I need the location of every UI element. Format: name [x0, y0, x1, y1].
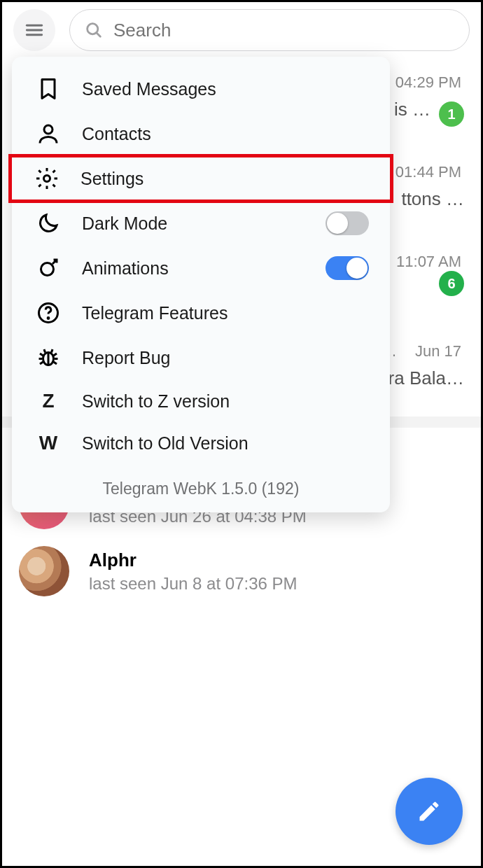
person-icon: [36, 121, 61, 146]
search-input[interactable]: [113, 20, 455, 41]
w-icon: W: [36, 432, 61, 454]
search-box[interactable]: [69, 9, 470, 51]
contact-status: last seen Jun 8 at 07:36 PM: [89, 574, 298, 594]
menu-version: Telegram WebK 1.5.0 (192): [12, 464, 390, 498]
svg-line-4: [97, 33, 101, 37]
menu-button[interactable]: [13, 9, 55, 51]
unread-badge: 1: [439, 102, 464, 127]
chat-snippet: is …: [394, 99, 430, 120]
unread-badge: 6: [439, 271, 464, 296]
animation-icon: [36, 255, 61, 281]
menu-item-dark-mode[interactable]: Dark Mode: [12, 201, 390, 246]
menu-item-animations[interactable]: Animations: [12, 246, 390, 290]
svg-point-5: [44, 125, 52, 134]
chat-date: Jun 17: [415, 342, 461, 360]
chat-time: 11:07 AM: [396, 253, 461, 271]
menu-label: Telegram Features: [82, 303, 227, 323]
search-icon: [84, 20, 104, 40]
svg-point-7: [41, 263, 54, 276]
animations-toggle[interactable]: [326, 256, 369, 280]
bookmark-icon: [36, 76, 61, 102]
contact-name: Alphr: [89, 550, 298, 571]
menu-label: Contacts: [82, 124, 151, 144]
menu-item-saved-messages[interactable]: Saved Messages: [12, 66, 390, 111]
chat-time: 04:29 PM: [396, 74, 461, 92]
avatar: [19, 546, 69, 596]
contact-row[interactable]: Alphr last seen Jun 8 at 07:36 PM: [2, 538, 481, 605]
menu-label: Settings: [80, 169, 144, 189]
menu-label: Animations: [82, 258, 169, 279]
gear-icon: [34, 166, 59, 191]
topbar: [2, 2, 481, 58]
menu-label: Switch to Old Version: [82, 433, 248, 454]
menu-item-features[interactable]: Telegram Features: [12, 290, 390, 335]
help-icon: [36, 300, 61, 326]
menu-label: Dark Mode: [82, 214, 167, 234]
menu-label: Report Bug: [82, 348, 170, 368]
menu-label: Saved Messages: [82, 79, 216, 99]
chat-snippet: ra Bala…: [388, 368, 464, 389]
pencil-icon: [416, 799, 442, 824]
bug-icon: [36, 345, 61, 370]
menu-item-contacts[interactable]: Contacts: [12, 111, 390, 156]
dark-mode-toggle[interactable]: [326, 211, 369, 235]
svg-point-6: [44, 176, 50, 182]
z-icon: Z: [36, 390, 61, 412]
chat-time: 01:44 PM: [396, 163, 461, 181]
menu-item-switch-z[interactable]: Z Switch to Z version: [12, 380, 390, 422]
moon-icon: [36, 211, 61, 236]
menu-item-report-bug[interactable]: Report Bug: [12, 335, 390, 380]
compose-button[interactable]: [396, 778, 463, 845]
menu-item-settings[interactable]: Settings: [10, 156, 391, 201]
main-menu: Saved Messages Contacts Settings Dark Mo…: [12, 57, 390, 512]
svg-point-9: [48, 318, 49, 319]
hamburger-icon: [23, 19, 46, 41]
menu-label: Switch to Z version: [82, 391, 230, 412]
menu-item-switch-old[interactable]: W Switch to Old Version: [12, 422, 390, 464]
chat-snippet: ttons …: [401, 188, 464, 210]
